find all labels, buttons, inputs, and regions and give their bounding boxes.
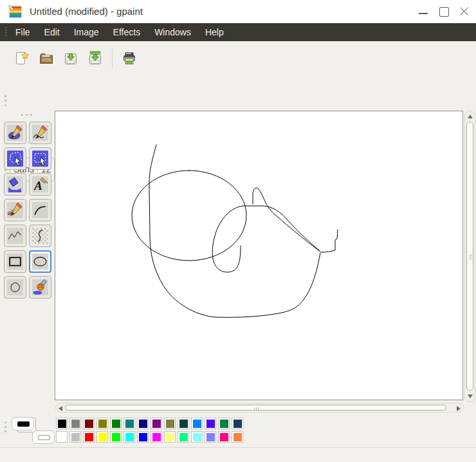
color-swatch[interactable] — [218, 418, 230, 429]
ellipse-tool-button[interactable] — [29, 250, 51, 273]
freehand-line-tool-icon — [32, 228, 48, 244]
color-swatch[interactable] — [178, 418, 189, 429]
maximize-button[interactable] — [437, 5, 450, 18]
freehand-select-tool-button[interactable] — [4, 147, 26, 170]
text-tool-button[interactable]: A — [29, 173, 51, 196]
color-swatch[interactable] — [56, 431, 68, 443]
menu-windows[interactable]: Windows — [147, 23, 198, 41]
background-color-chip[interactable] — [32, 430, 55, 444]
line-tool-button[interactable] — [4, 199, 26, 221]
printer-icon — [122, 51, 137, 66]
freehand-select-tool-icon — [7, 151, 23, 167]
tool-palette-grip-handle[interactable] — [21, 114, 23, 116]
color-swatch[interactable] — [56, 418, 68, 429]
minimize-button[interactable] — [417, 5, 430, 18]
menubar: FileEditImageEffectsWindowsHelp — [0, 23, 476, 41]
window-title: Untitled (modified) - gpaint — [30, 0, 143, 23]
closed-freehand-tool-button[interactable] — [4, 276, 26, 299]
rectangle-select-tool-button[interactable] — [29, 147, 51, 170]
new-document-icon — [14, 51, 30, 66]
pencil-tool-icon — [32, 125, 48, 141]
freehand-hook — [321, 230, 338, 252]
color-swatch[interactable] — [110, 431, 122, 443]
svg-text:A: A — [33, 179, 42, 192]
color-swatch[interactable] — [83, 418, 95, 429]
color-swatch[interactable] — [205, 431, 216, 443]
print-button[interactable] — [118, 46, 141, 71]
pencil-tool-button[interactable] — [29, 122, 51, 144]
color-bar-grip-handle[interactable] — [5, 421, 6, 423]
color-swatch[interactable] — [137, 418, 149, 429]
freehand-peak-and-diagonal — [253, 188, 320, 252]
menu-file[interactable]: File — [8, 23, 37, 41]
color-swatch[interactable] — [151, 431, 162, 443]
close-button[interactable] — [458, 5, 471, 18]
color-swatch[interactable] — [151, 418, 162, 429]
new-file-button[interactable] — [10, 46, 33, 71]
save-as-button[interactable] — [84, 46, 107, 71]
fill-tool-button[interactable] — [4, 173, 26, 196]
line-tool-icon — [7, 202, 23, 218]
rectangle-tool-button[interactable] — [4, 250, 26, 273]
color-swatch[interactable] — [96, 418, 108, 429]
scroll-right-arrow[interactable] — [457, 406, 461, 411]
main-toolbar — [0, 41, 476, 76]
color-swatch[interactable] — [232, 431, 243, 443]
color-swatch[interactable] — [83, 431, 95, 443]
color-swatch[interactable] — [124, 431, 135, 443]
scroll-left-arrow[interactable] — [59, 406, 62, 411]
save-button[interactable] — [59, 46, 82, 71]
color-swatch[interactable] — [124, 418, 135, 429]
color-swatch[interactable] — [69, 418, 81, 429]
vertical-scrollbar-thumb[interactable] — [466, 122, 473, 391]
paintbrush-tool-icon — [7, 125, 23, 141]
menu-effects[interactable]: Effects — [106, 23, 148, 41]
color-swatch[interactable] — [137, 431, 149, 443]
closed-freehand-tool-icon — [7, 279, 23, 295]
color-bar — [0, 415, 476, 447]
color-swatch[interactable] — [164, 418, 176, 429]
menu-help[interactable]: Help — [198, 23, 231, 41]
paintbrush-tool-button[interactable] — [4, 122, 26, 144]
foreground-color-chip[interactable] — [12, 417, 34, 430]
color-swatch[interactable] — [164, 431, 176, 443]
curve-tool-icon — [32, 202, 48, 218]
horizontal-scrollbar — [55, 403, 464, 412]
open-file-button[interactable] — [35, 46, 58, 71]
drawing-canvas[interactable] — [55, 111, 463, 400]
color-swatch[interactable] — [178, 431, 189, 443]
save-as-icon — [87, 51, 103, 66]
color-swatch[interactable] — [69, 431, 81, 443]
toolbar-separator — [112, 49, 113, 68]
color-swatch[interactable] — [191, 431, 203, 443]
airbrush-tool-icon — [32, 279, 48, 295]
horizontal-scrollbar-thumb[interactable] — [65, 405, 446, 411]
menu-image[interactable]: Image — [67, 23, 106, 41]
ellipse-tool-icon — [32, 254, 48, 270]
color-swatch[interactable] — [110, 418, 122, 429]
rectangle-tool-icon — [7, 254, 23, 270]
freehand-line-tool-button[interactable] — [29, 225, 51, 247]
gpaint-window: Untitled (modified) - gpaint FileEditIma… — [0, 0, 476, 462]
gpaint-app-icon — [8, 5, 23, 19]
color-swatch[interactable] — [191, 418, 203, 429]
titlebar: Untitled (modified) - gpaint — [0, 0, 476, 23]
text-tool-icon: A — [32, 176, 48, 192]
open-folder-icon — [39, 51, 54, 66]
curve-tool-button[interactable] — [29, 199, 51, 221]
scroll-up-arrow[interactable] — [468, 115, 473, 118]
scroll-down-arrow[interactable] — [468, 394, 473, 398]
airbrush-tool-button[interactable] — [29, 276, 51, 299]
menu-edit[interactable]: Edit — [37, 23, 67, 41]
polyline-tool-icon — [7, 228, 23, 244]
vertical-scrollbar — [464, 111, 475, 402]
color-swatch[interactable] — [218, 431, 230, 443]
color-swatch[interactable] — [232, 418, 243, 429]
color-swatch[interactable] — [205, 418, 216, 429]
polyline-tool-button[interactable] — [4, 225, 26, 247]
rectangle-select-tool-icon — [32, 151, 48, 167]
font-toolbar: Sans 12 a Bold a Italic a Underline line… — [0, 76, 476, 111]
tool-palette: A — [0, 111, 55, 415]
fill-tool-icon — [7, 176, 23, 192]
color-swatch[interactable] — [96, 431, 108, 443]
